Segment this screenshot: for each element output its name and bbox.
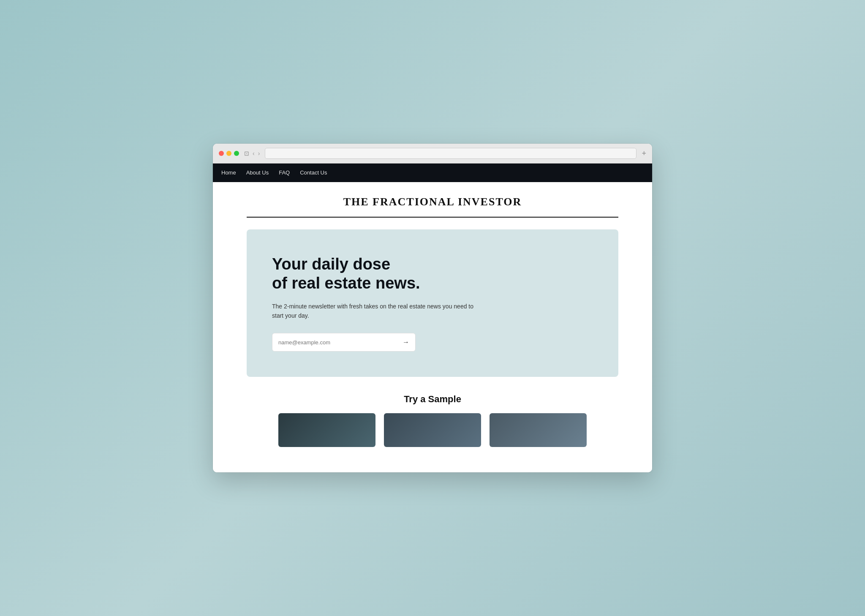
email-input-wrapper: → (272, 333, 416, 352)
title-divider (247, 217, 618, 218)
close-button-dot[interactable] (219, 151, 224, 156)
desktop-background: ⊡ ‹ › + Home About Us FAQ Contact Us (0, 0, 865, 616)
nav-link-faq[interactable]: FAQ (279, 169, 290, 176)
address-bar[interactable] (265, 148, 637, 159)
website-content: Home About Us FAQ Contact Us THE FRACTIO… (213, 164, 652, 473)
email-form: → (272, 333, 416, 352)
nav-link-about[interactable]: About Us (246, 169, 269, 176)
nav-link-contact[interactable]: Contact Us (300, 169, 327, 176)
browser-chrome: ⊡ ‹ › + (213, 144, 652, 164)
hero-headline-line1: Your daily dose (272, 255, 390, 273)
sample-card-3[interactable] (490, 413, 587, 447)
back-arrow-icon[interactable]: ‹ (253, 150, 255, 157)
sample-cards (247, 413, 618, 447)
sample-section: Try a Sample (247, 394, 618, 447)
hero-headline: Your daily dose of real estate news. (272, 255, 441, 293)
email-input[interactable] (278, 339, 399, 346)
traffic-lights (219, 151, 239, 156)
browser-window: ⊡ ‹ › + Home About Us FAQ Contact Us (213, 144, 652, 473)
sample-card-1[interactable] (278, 413, 375, 447)
main-content: THE FRACTIONAL INVESTOR Your daily dose … (213, 182, 652, 473)
nav-link-home[interactable]: Home (221, 169, 236, 176)
forward-arrow-icon[interactable]: › (258, 150, 260, 157)
submit-arrow-icon[interactable]: → (403, 338, 409, 346)
hero-section: Your daily dose of real estate news. The… (247, 229, 618, 377)
new-tab-button[interactable]: + (642, 150, 646, 157)
sample-title: Try a Sample (247, 394, 618, 405)
sidebar-toggle-icon[interactable]: ⊡ (244, 150, 249, 157)
site-title-section: THE FRACTIONAL INVESTOR (247, 182, 618, 217)
minimize-button-dot[interactable] (226, 151, 231, 156)
sample-card-2[interactable] (384, 413, 481, 447)
nav-links: Home About Us FAQ Contact Us (221, 169, 327, 176)
hero-subtext: The 2-minute newsletter with fresh takes… (272, 302, 483, 321)
navigation-bar: Home About Us FAQ Contact Us (213, 164, 652, 182)
browser-controls: ⊡ ‹ › (244, 150, 260, 157)
hero-headline-line2: of real estate news. (272, 274, 420, 292)
site-title: THE FRACTIONAL INVESTOR (247, 196, 618, 208)
maximize-button-dot[interactable] (234, 151, 239, 156)
